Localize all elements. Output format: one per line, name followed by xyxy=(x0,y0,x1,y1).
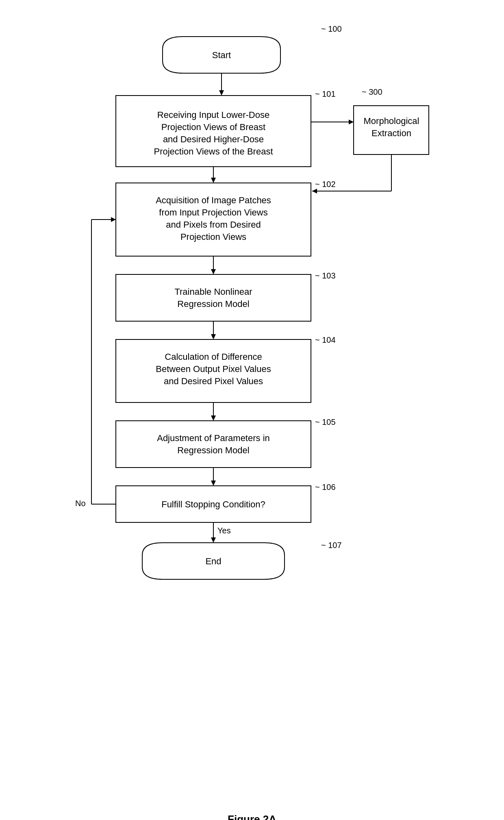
morpho-line1: Morphological xyxy=(364,116,419,126)
n105-line1: Adjustment of Parameters in xyxy=(157,433,270,443)
n101-line3: and Desired Higher-Dose xyxy=(163,134,264,144)
n103-line2: Regression Model xyxy=(177,299,249,309)
n101-line1: Receiving Input Lower-Dose xyxy=(157,110,269,120)
ref-105: ~ 105 xyxy=(315,418,336,426)
n102-line1: Acquisition of Image Patches xyxy=(156,195,271,205)
no-label: No xyxy=(75,499,86,508)
flowchart-svg: ~ 100 Start ~ 101 Receiving Input Lower-… xyxy=(69,16,435,789)
n101-line2: Projection Views of Breast xyxy=(161,122,265,132)
svg-marker-13 xyxy=(211,269,216,274)
ref-103: ~ 103 xyxy=(315,271,336,280)
ref-100: ~ 100 xyxy=(321,24,342,33)
n106-label: Fulfill Stopping Condition? xyxy=(161,499,265,509)
n104-line1: Calculation of Difference xyxy=(165,352,262,362)
figure-label: Figure 2A xyxy=(228,813,276,820)
ref-300: ~ 300 xyxy=(362,87,382,96)
n102-line4: Projection Views xyxy=(180,232,246,242)
svg-marker-25 xyxy=(211,537,216,543)
svg-marker-29 xyxy=(111,217,116,222)
n105-line2: Regression Model xyxy=(177,445,249,455)
morpho-line2: Extraction xyxy=(371,128,411,138)
ref-106: ~ 106 xyxy=(315,483,336,492)
yes-label: Yes xyxy=(217,526,231,535)
svg-marker-5 xyxy=(349,120,354,124)
n103-line1: Trainable Nonlinear xyxy=(174,287,252,297)
ref-102: ~ 102 xyxy=(315,180,336,189)
svg-marker-19 xyxy=(211,415,216,421)
ref-104: ~ 104 xyxy=(315,335,336,344)
svg-marker-22 xyxy=(211,481,216,486)
n104-line3: and Desired Pixel Values xyxy=(164,376,263,386)
svg-marker-1 xyxy=(219,90,224,96)
svg-rect-20 xyxy=(116,421,311,468)
svg-rect-14 xyxy=(116,274,311,321)
svg-marker-10 xyxy=(211,178,216,183)
ref-107: ~ 107 xyxy=(321,541,342,550)
n102-line3: and Pixels from Desired xyxy=(166,220,261,230)
start-label: Start xyxy=(212,50,231,60)
n102-line2: from Input Projection Views xyxy=(159,207,267,218)
ref-101: ~ 101 xyxy=(315,89,336,98)
end-label: End xyxy=(205,556,221,566)
svg-marker-16 xyxy=(211,334,216,339)
diagram-container: ~ 100 Start ~ 101 Receiving Input Lower-… xyxy=(69,16,435,820)
svg-marker-8 xyxy=(312,189,317,194)
n101-line4: Projection Views of the Breast xyxy=(154,146,273,157)
n104-line2: Between Output Pixel Values xyxy=(156,364,271,374)
